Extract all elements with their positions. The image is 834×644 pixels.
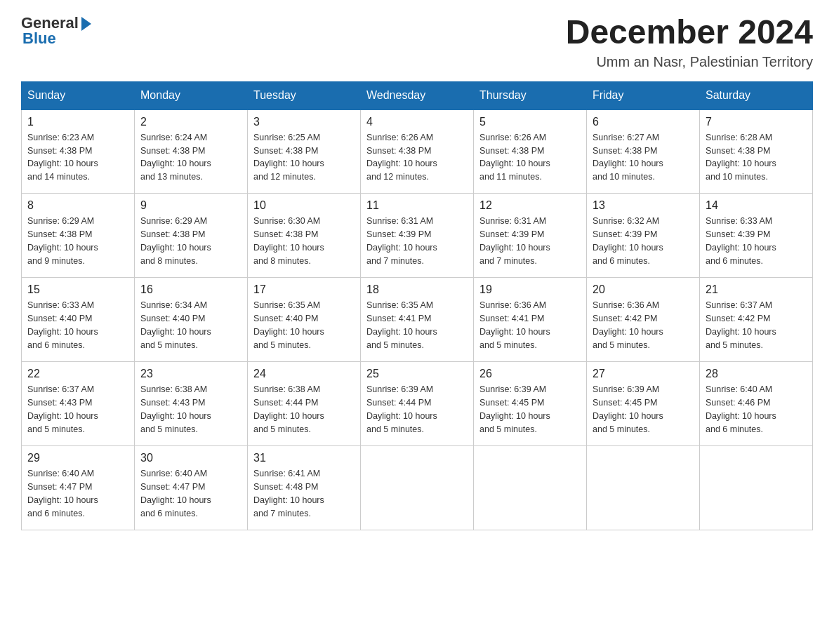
weekday-header-saturday: Saturday <box>700 81 813 109</box>
day-info: Sunrise: 6:29 AMSunset: 4:38 PMDaylight:… <box>27 215 128 267</box>
weekday-header-friday: Friday <box>587 81 700 109</box>
day-number: 11 <box>366 199 468 212</box>
title-area: December 2024 Umm an Nasr, Palestinian T… <box>566 14 813 70</box>
day-number: 4 <box>366 116 468 128</box>
day-info: Sunrise: 6:40 AMSunset: 4:47 PMDaylight:… <box>140 467 241 520</box>
day-info: Sunrise: 6:26 AMSunset: 4:38 PMDaylight:… <box>366 131 468 184</box>
day-info: Sunrise: 6:35 AMSunset: 4:40 PMDaylight:… <box>253 299 355 351</box>
day-number: 30 <box>140 452 241 464</box>
calendar-cell: 19Sunrise: 6:36 AMSunset: 4:41 PMDayligh… <box>474 278 587 362</box>
calendar-week-row: 22Sunrise: 6:37 AMSunset: 4:43 PMDayligh… <box>22 362 813 446</box>
calendar-cell: 20Sunrise: 6:36 AMSunset: 4:42 PMDayligh… <box>587 278 700 362</box>
month-year-title: December 2024 <box>566 14 813 51</box>
day-info: Sunrise: 6:23 AMSunset: 4:38 PMDaylight:… <box>27 131 128 184</box>
page-header: General Blue December 2024 Umm an Nasr, … <box>21 14 813 70</box>
day-number: 6 <box>593 116 694 128</box>
calendar-cell: 18Sunrise: 6:35 AMSunset: 4:41 PMDayligh… <box>361 278 474 362</box>
day-info: Sunrise: 6:33 AMSunset: 4:40 PMDaylight:… <box>27 299 128 351</box>
calendar-cell: 26Sunrise: 6:39 AMSunset: 4:45 PMDayligh… <box>474 362 587 446</box>
calendar-cell: 21Sunrise: 6:37 AMSunset: 4:42 PMDayligh… <box>700 278 813 362</box>
calendar-cell: 9Sunrise: 6:29 AMSunset: 4:38 PMDaylight… <box>135 194 248 278</box>
calendar-cell: 31Sunrise: 6:41 AMSunset: 4:48 PMDayligh… <box>248 446 361 530</box>
day-info: Sunrise: 6:40 AMSunset: 4:47 PMDaylight:… <box>27 467 128 520</box>
day-number: 8 <box>27 199 128 212</box>
weekday-header-wednesday: Wednesday <box>361 81 474 109</box>
day-info: Sunrise: 6:36 AMSunset: 4:42 PMDaylight:… <box>593 299 694 351</box>
day-number: 16 <box>140 283 241 296</box>
day-info: Sunrise: 6:26 AMSunset: 4:38 PMDaylight:… <box>479 131 581 184</box>
day-number: 2 <box>140 116 241 128</box>
day-info: Sunrise: 6:38 AMSunset: 4:43 PMDaylight:… <box>140 383 241 436</box>
calendar-cell: 3Sunrise: 6:25 AMSunset: 4:38 PMDaylight… <box>248 109 361 194</box>
day-info: Sunrise: 6:41 AMSunset: 4:48 PMDaylight:… <box>253 467 355 520</box>
calendar-cell: 28Sunrise: 6:40 AMSunset: 4:46 PMDayligh… <box>700 362 813 446</box>
day-info: Sunrise: 6:29 AMSunset: 4:38 PMDaylight:… <box>140 215 241 267</box>
day-number: 1 <box>27 116 128 128</box>
calendar-cell: 6Sunrise: 6:27 AMSunset: 4:38 PMDaylight… <box>587 109 700 194</box>
calendar-cell: 25Sunrise: 6:39 AMSunset: 4:44 PMDayligh… <box>361 362 474 446</box>
day-info: Sunrise: 6:31 AMSunset: 4:39 PMDaylight:… <box>479 215 581 267</box>
calendar-cell: 1Sunrise: 6:23 AMSunset: 4:38 PMDaylight… <box>22 109 135 194</box>
day-info: Sunrise: 6:38 AMSunset: 4:44 PMDaylight:… <box>253 383 355 436</box>
day-number: 12 <box>479 199 581 212</box>
day-info: Sunrise: 6:37 AMSunset: 4:42 PMDaylight:… <box>706 299 807 351</box>
day-number: 9 <box>140 199 241 212</box>
day-number: 18 <box>366 283 468 296</box>
day-number: 20 <box>593 283 694 296</box>
calendar-cell: 15Sunrise: 6:33 AMSunset: 4:40 PMDayligh… <box>22 278 135 362</box>
day-info: Sunrise: 6:39 AMSunset: 4:45 PMDaylight:… <box>593 383 694 436</box>
calendar-cell: 22Sunrise: 6:37 AMSunset: 4:43 PMDayligh… <box>22 362 135 446</box>
weekday-header-sunday: Sunday <box>22 81 135 109</box>
day-info: Sunrise: 6:32 AMSunset: 4:39 PMDaylight:… <box>593 215 694 267</box>
day-info: Sunrise: 6:27 AMSunset: 4:38 PMDaylight:… <box>593 131 694 184</box>
calendar-cell: 23Sunrise: 6:38 AMSunset: 4:43 PMDayligh… <box>135 362 248 446</box>
calendar-cell: 24Sunrise: 6:38 AMSunset: 4:44 PMDayligh… <box>248 362 361 446</box>
logo-blue-text: Blue <box>21 29 56 48</box>
calendar-cell <box>700 446 813 530</box>
weekday-header-thursday: Thursday <box>474 81 587 109</box>
weekday-header-monday: Monday <box>135 81 248 109</box>
weekday-header-tuesday: Tuesday <box>248 81 361 109</box>
location-subtitle: Umm an Nasr, Palestinian Territory <box>566 54 813 70</box>
day-number: 25 <box>366 368 468 380</box>
day-number: 29 <box>27 452 128 464</box>
day-number: 19 <box>479 283 581 296</box>
calendar-cell: 5Sunrise: 6:26 AMSunset: 4:38 PMDaylight… <box>474 109 587 194</box>
day-number: 15 <box>27 283 128 296</box>
day-number: 13 <box>593 199 694 212</box>
day-info: Sunrise: 6:39 AMSunset: 4:45 PMDaylight:… <box>479 383 581 436</box>
calendar-cell <box>361 446 474 530</box>
day-info: Sunrise: 6:33 AMSunset: 4:39 PMDaylight:… <box>706 215 807 267</box>
calendar-header-row: SundayMondayTuesdayWednesdayThursdayFrid… <box>22 81 813 109</box>
calendar-cell: 29Sunrise: 6:40 AMSunset: 4:47 PMDayligh… <box>22 446 135 530</box>
calendar-cell: 11Sunrise: 6:31 AMSunset: 4:39 PMDayligh… <box>361 194 474 278</box>
calendar-cell: 10Sunrise: 6:30 AMSunset: 4:38 PMDayligh… <box>248 194 361 278</box>
calendar-cell: 2Sunrise: 6:24 AMSunset: 4:38 PMDaylight… <box>135 109 248 194</box>
day-number: 23 <box>140 368 241 380</box>
day-info: Sunrise: 6:39 AMSunset: 4:44 PMDaylight:… <box>366 383 468 436</box>
day-number: 10 <box>253 199 355 212</box>
calendar-cell: 30Sunrise: 6:40 AMSunset: 4:47 PMDayligh… <box>135 446 248 530</box>
day-info: Sunrise: 6:31 AMSunset: 4:39 PMDaylight:… <box>366 215 468 267</box>
calendar-cell <box>474 446 587 530</box>
calendar-cell: 7Sunrise: 6:28 AMSunset: 4:38 PMDaylight… <box>700 109 813 194</box>
day-number: 3 <box>253 116 355 128</box>
day-number: 7 <box>706 116 807 128</box>
calendar-table: SundayMondayTuesdayWednesdayThursdayFrid… <box>21 81 813 531</box>
logo-arrow-icon <box>81 17 91 31</box>
calendar-week-row: 8Sunrise: 6:29 AMSunset: 4:38 PMDaylight… <box>22 194 813 278</box>
day-info: Sunrise: 6:37 AMSunset: 4:43 PMDaylight:… <box>27 383 128 436</box>
calendar-cell: 17Sunrise: 6:35 AMSunset: 4:40 PMDayligh… <box>248 278 361 362</box>
calendar-cell: 4Sunrise: 6:26 AMSunset: 4:38 PMDaylight… <box>361 109 474 194</box>
day-number: 31 <box>253 452 355 464</box>
day-number: 28 <box>706 368 807 380</box>
day-info: Sunrise: 6:30 AMSunset: 4:38 PMDaylight:… <box>253 215 355 267</box>
calendar-cell: 12Sunrise: 6:31 AMSunset: 4:39 PMDayligh… <box>474 194 587 278</box>
day-number: 14 <box>706 199 807 212</box>
day-number: 27 <box>593 368 694 380</box>
day-number: 17 <box>253 283 355 296</box>
day-number: 5 <box>479 116 581 128</box>
day-info: Sunrise: 6:40 AMSunset: 4:46 PMDaylight:… <box>706 383 807 436</box>
day-info: Sunrise: 6:34 AMSunset: 4:40 PMDaylight:… <box>140 299 241 351</box>
calendar-week-row: 15Sunrise: 6:33 AMSunset: 4:40 PMDayligh… <box>22 278 813 362</box>
